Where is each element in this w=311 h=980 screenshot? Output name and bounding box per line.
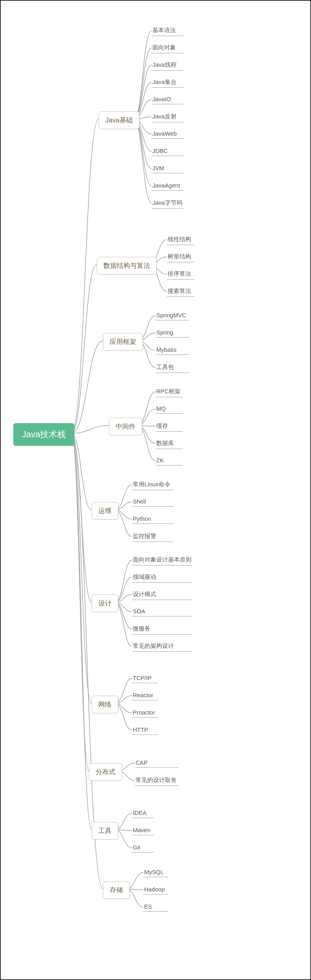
leaf-node[interactable]: HTTP xyxy=(132,725,158,735)
leaf-label: Maven xyxy=(133,827,150,833)
leaf-node[interactable]: Python xyxy=(132,514,174,524)
leaf-node[interactable]: Java字节码 xyxy=(152,198,184,209)
leaf-label: 线性结构 xyxy=(168,236,191,242)
leaf-label: ZK xyxy=(156,457,164,464)
leaf-label: 数据库 xyxy=(156,440,174,446)
leaf-label: ES xyxy=(144,903,152,910)
leaf-node[interactable]: 工具包 xyxy=(156,362,189,373)
branch-label: 应用框架 xyxy=(110,338,136,345)
leaf-node[interactable]: Hadoop xyxy=(143,884,168,895)
leaf-node[interactable]: Mybatis xyxy=(156,345,189,355)
leaf-label: 缓存 xyxy=(156,422,168,429)
leaf-label: 搜索算法 xyxy=(168,287,191,294)
leaf-node[interactable]: 设计模式 xyxy=(132,589,192,600)
leaf-label: 面向对象设计基本原则 xyxy=(133,556,192,563)
leaf-node[interactable]: TCP/IP xyxy=(132,673,158,683)
leaf-label: MySQL xyxy=(144,869,164,875)
leaf-label: JavaIO xyxy=(152,96,171,102)
root-label: Java技术栈 xyxy=(22,429,66,439)
leaf-label: 常见的架构设计 xyxy=(133,642,174,649)
leaf-label: TCP/IP xyxy=(133,675,152,681)
leaf-node[interactable]: CAP xyxy=(135,758,179,768)
leaf-node[interactable]: RPC框架 xyxy=(156,386,183,397)
leaf-node[interactable]: 微服务 xyxy=(132,624,192,635)
leaf-label: Git xyxy=(133,844,140,851)
branch-label: Java基础 xyxy=(105,116,133,124)
leaf-node[interactable]: Reactor xyxy=(132,690,158,700)
leaf-node[interactable]: Git xyxy=(132,842,154,853)
leaf-node[interactable]: 基本语法 xyxy=(152,25,184,36)
branch-node-b9[interactable]: 存储 xyxy=(103,881,130,899)
leaf-node[interactable]: Java反射 xyxy=(152,111,184,122)
leaf-node[interactable]: Shell xyxy=(132,496,174,507)
branch-label: 存储 xyxy=(110,886,123,894)
leaf-node[interactable]: Java集合 xyxy=(152,77,184,88)
leaf-label: 工具包 xyxy=(156,364,174,370)
leaf-label: Java集合 xyxy=(152,78,177,85)
leaf-node[interactable]: 树形结构 xyxy=(167,251,194,262)
leaf-node[interactable]: Maven xyxy=(132,825,154,835)
leaf-node[interactable]: JavaWeb xyxy=(152,129,184,139)
leaf-node[interactable]: 缓存 xyxy=(156,421,183,432)
leaf-node[interactable]: IDEA xyxy=(132,808,154,818)
leaf-node[interactable]: Spring xyxy=(156,327,189,338)
branch-node-b2[interactable]: 应用框架 xyxy=(103,333,143,351)
leaf-node[interactable]: 常用Linux命令 xyxy=(132,479,174,490)
leaf-label: 微服务 xyxy=(133,625,150,632)
branch-label: 工具 xyxy=(98,827,112,835)
leaf-node[interactable]: 常见的设计取舍 xyxy=(135,775,179,786)
leaf-node[interactable]: ES xyxy=(143,902,168,912)
leaf-label: JVM xyxy=(152,165,164,171)
leaf-label: 基本语法 xyxy=(152,27,176,33)
leaf-node[interactable]: Java线程 xyxy=(152,60,184,71)
leaf-label: MQ xyxy=(156,405,166,412)
leaf-node[interactable]: 常见的架构设计 xyxy=(132,641,192,652)
branch-node-b1[interactable]: 数据结构与算法 xyxy=(97,257,157,275)
leaf-node[interactable]: JDBC xyxy=(152,146,184,156)
leaf-label: 监控报警 xyxy=(133,533,156,539)
leaf-node[interactable]: ZK xyxy=(156,455,183,465)
leaf-node[interactable]: MySQL xyxy=(143,867,168,877)
leaf-label: Reactor xyxy=(133,692,154,698)
leaf-node[interactable]: 线性结构 xyxy=(167,234,194,245)
leaf-label: 领域驱动 xyxy=(133,573,156,580)
branch-node-b7[interactable]: 分布式 xyxy=(89,763,122,781)
leaf-label: 常用Linux命令 xyxy=(133,481,170,487)
leaf-node[interactable]: 数据库 xyxy=(156,438,183,449)
leaf-node[interactable]: SpringMVC xyxy=(156,310,189,320)
leaf-label: Java反射 xyxy=(152,113,177,120)
branch-node-b3[interactable]: 中间件 xyxy=(109,418,142,435)
leaf-label: Python xyxy=(133,515,151,522)
leaf-node[interactable]: JavaAgent xyxy=(152,180,184,191)
leaf-label: 树形结构 xyxy=(168,253,191,260)
leaf-label: SpringMVC xyxy=(156,312,186,318)
branch-node-b4[interactable]: 运维 xyxy=(92,502,118,520)
leaf-node[interactable]: 搜索算法 xyxy=(167,286,194,297)
leaf-node[interactable]: 排序算法 xyxy=(167,269,194,280)
branch-node-b8[interactable]: 工具 xyxy=(92,822,118,840)
leaf-label: HTTP xyxy=(133,726,148,733)
branch-node-b0[interactable]: Java基础 xyxy=(99,111,139,129)
leaf-node[interactable]: 监控报警 xyxy=(132,531,174,542)
leaf-node[interactable]: JavaIO xyxy=(152,94,184,104)
leaf-label: Hadoop xyxy=(144,886,165,893)
leaf-label: JavaWeb xyxy=(152,130,177,137)
leaf-node[interactable]: 领域驱动 xyxy=(132,572,192,583)
branch-label: 数据结构与算法 xyxy=(103,262,150,269)
branch-node-b5[interactable]: 设计 xyxy=(92,595,118,612)
branch-label: 分布式 xyxy=(96,768,116,776)
leaf-label: Spring xyxy=(156,329,173,336)
leaf-label: 排序算法 xyxy=(168,270,191,277)
leaf-node[interactable]: 面向对象设计基本原则 xyxy=(132,555,192,565)
branch-label: 中间件 xyxy=(116,423,136,430)
leaf-label: RPC框架 xyxy=(156,388,181,395)
leaf-label: JDBC xyxy=(152,147,168,154)
branch-node-b6[interactable]: 网络 xyxy=(92,696,118,713)
leaf-node[interactable]: 面向对象 xyxy=(152,42,184,53)
leaf-node[interactable]: MQ xyxy=(156,404,183,414)
leaf-node[interactable]: SOA xyxy=(132,606,192,616)
root-node[interactable]: Java技术栈 xyxy=(13,423,74,446)
leaf-node[interactable]: JVM xyxy=(152,163,184,173)
leaf-node[interactable]: Proactor xyxy=(132,707,158,718)
leaf-label: CAP xyxy=(136,759,148,766)
